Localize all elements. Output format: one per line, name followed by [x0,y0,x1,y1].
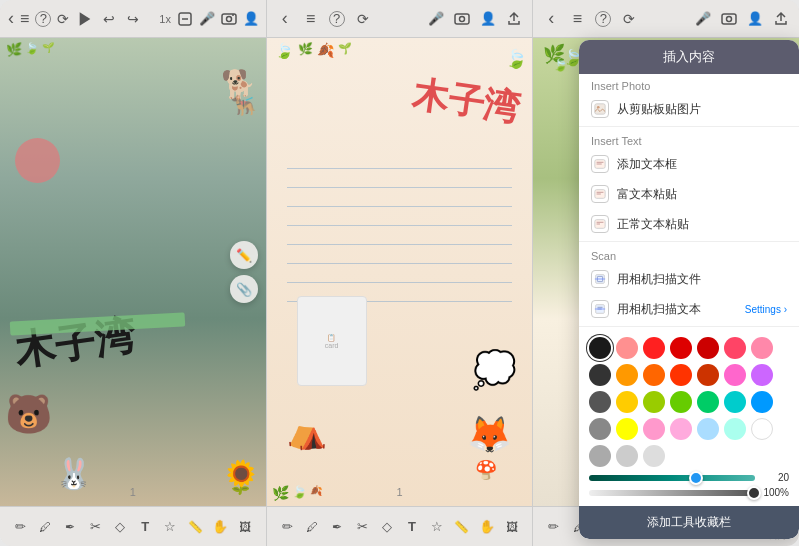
redo-button[interactable]: ↪ [123,9,143,29]
sync-button-right[interactable]: ⟳ [619,9,639,29]
image-tool-mid[interactable]: 🖼 [501,516,523,538]
color-pink[interactable] [751,337,773,359]
color-rose[interactable] [724,337,746,359]
photo-add-button-right[interactable] [719,9,739,29]
menu-button[interactable]: ≡ [20,9,29,29]
person-button[interactable]: 👤 [243,9,259,29]
color-pink-light[interactable] [643,418,665,440]
menu-item-clipboard-photo[interactable]: 从剪贴板贴图片 [579,94,799,124]
color-purple[interactable] [751,364,773,386]
opacity-slider-thumb[interactable] [747,486,761,500]
diamond-tool[interactable]: ◇ [109,516,131,538]
size-slider-thumb[interactable] [689,471,703,485]
plain-text-paste-label: 正常文本粘贴 [617,216,787,233]
scissors-tool[interactable]: ✂ [84,516,106,538]
calligraphy-tool-mid[interactable]: ✒ [326,516,348,538]
text-tool-mid[interactable]: T [401,516,423,538]
color-orange[interactable] [616,364,638,386]
mic-button-mid[interactable]: 🎤 [426,9,446,29]
color-mint[interactable] [724,418,746,440]
share-button-mid[interactable] [504,9,524,29]
color-yellow[interactable] [616,391,638,413]
marker-tool[interactable]: 🖊 [34,516,56,538]
menu-item-rich-text-paste[interactable]: 富文本粘贴 [579,179,799,209]
color-gray3[interactable] [616,445,638,467]
text-tool[interactable]: T [134,516,156,538]
color-salmon[interactable] [616,337,638,359]
calligraphy-tool[interactable]: ✒ [59,516,81,538]
help-button-mid[interactable]: ? [327,9,347,29]
opacity-slider-track[interactable] [589,490,755,496]
pencil-tool-mid[interactable]: ✏ [276,516,298,538]
menu-item-scan-file[interactable]: 用相机扫描文件 [579,264,799,294]
marker-tool-mid[interactable]: 🖊 [301,516,323,538]
svg-rect-8 [722,14,736,24]
hand-tool-mid[interactable]: ✋ [476,516,498,538]
image-tool[interactable]: 🖼 [234,516,256,538]
photo-add-button-mid[interactable] [452,9,472,29]
share-button-right[interactable] [771,9,791,29]
menu-button-mid[interactable]: ≡ [301,9,321,29]
color-gray4[interactable] [643,445,665,467]
color-chartreuse[interactable] [643,391,665,413]
color-black[interactable] [589,337,611,359]
color-rust[interactable] [697,364,719,386]
star-tool[interactable]: ☆ [159,516,181,538]
menu-item-scan-text[interactable]: 用相机扫描文本 Settings › [579,294,799,324]
undo-button[interactable]: ↩ [99,9,119,29]
color-gray2[interactable] [589,445,611,467]
mic-button-right[interactable]: 🎤 [693,9,713,29]
menu-item-add-textframe[interactable]: 添加文本框 [579,149,799,179]
mic-button[interactable]: 🎤 [199,9,215,29]
color-red2[interactable] [670,337,692,359]
color-teal[interactable] [724,391,746,413]
color-red1[interactable] [643,337,665,359]
hand-tool[interactable]: ✋ [209,516,231,538]
back-button-right[interactable]: ‹ [541,9,561,29]
color-orange2[interactable] [643,364,665,386]
tent-figure: ⛺ [287,413,327,451]
help-button-right[interactable]: ? [593,9,613,29]
back-button[interactable]: ‹ [8,9,14,29]
photo-add-button[interactable] [221,9,237,29]
play-button[interactable] [75,9,95,29]
color-lightblue[interactable] [697,418,719,440]
menu-button-right[interactable]: ≡ [567,9,587,29]
help-button[interactable]: ? [35,9,51,29]
person-button-mid[interactable]: 👤 [478,9,498,29]
color-vermilion[interactable] [670,364,692,386]
color-green[interactable] [697,391,719,413]
color-row-5 [589,445,789,467]
color-peach[interactable] [670,418,692,440]
color-dark2[interactable] [589,364,611,386]
add-toolbar-button[interactable]: 添加工具收藏栏 [579,506,799,539]
back-button-mid[interactable]: ‹ [275,9,295,29]
ruler-tool[interactable]: 📏 [184,516,206,538]
color-dark3[interactable] [589,391,611,413]
color-lime[interactable] [670,391,692,413]
color-skyblue[interactable] [751,391,773,413]
diamond-tool-mid[interactable]: ◇ [376,516,398,538]
size-slider-track[interactable] [589,475,755,481]
pencil-tool-right[interactable]: ✏ [543,516,565,538]
color-hotpink[interactable] [724,364,746,386]
svg-rect-10 [595,104,605,114]
menu-item-plain-text-paste[interactable]: 正常文本粘贴 [579,209,799,239]
settings-link[interactable]: Settings › [745,304,787,315]
person-button-right[interactable]: 👤 [745,9,765,29]
star-tool-mid[interactable]: ☆ [426,516,448,538]
sync-button-mid[interactable]: ⟳ [353,9,373,29]
fab-eraser[interactable]: 📎 [230,275,258,303]
pencil-tool[interactable]: ✏ [9,516,31,538]
color-gray1[interactable] [589,418,611,440]
color-white[interactable] [751,418,773,440]
color-crimson[interactable] [697,337,719,359]
ruler-tool-mid[interactable]: 📏 [451,516,473,538]
rabbit-figure: 🐰 [55,456,92,491]
sync-button[interactable]: ⟳ [57,9,69,29]
color-yellow2[interactable] [616,418,638,440]
edit-mode-button[interactable] [177,9,193,29]
insert-menu: 插入内容 Insert Photo 从剪贴板贴图片 Insert Text [579,40,799,539]
fab-pencil[interactable]: ✏️ [230,241,258,269]
scissors-tool-mid[interactable]: ✂ [351,516,373,538]
